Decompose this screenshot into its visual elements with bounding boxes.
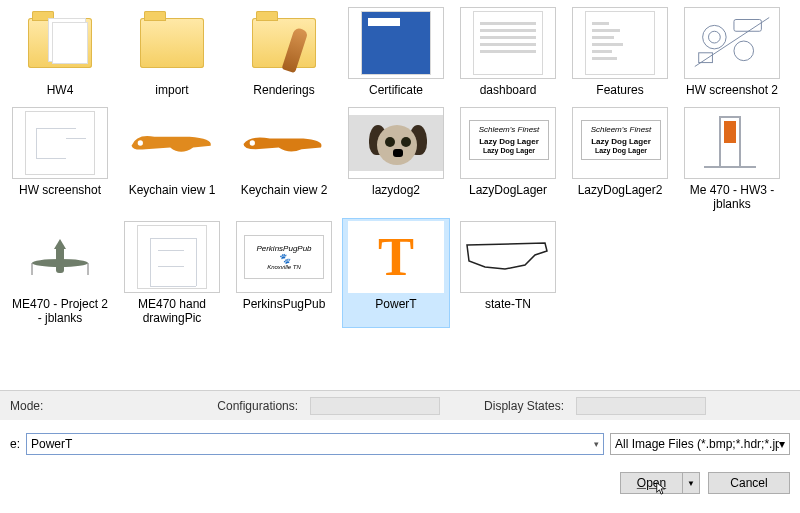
file-label: Renderings — [253, 83, 314, 97]
file-item-powert[interactable]: T PowerT — [342, 218, 450, 328]
display-states-label: Display States: — [484, 399, 564, 413]
image-thumb — [348, 107, 444, 179]
image-thumb: T — [348, 221, 444, 293]
image-thumb — [460, 7, 556, 79]
image-thumb — [12, 221, 108, 293]
svg-rect-11 — [724, 121, 736, 143]
file-item-features[interactable]: Features — [566, 4, 674, 100]
chevron-down-icon[interactable]: ▾ — [594, 439, 599, 449]
file-item-hw4[interactable]: HW4 — [6, 4, 114, 100]
file-item-lazydoglager[interactable]: Schleem's FinestLazy Dog LagerLazy Dog L… — [454, 104, 562, 214]
svg-point-2 — [734, 41, 754, 61]
file-label: state-TN — [485, 297, 531, 311]
file-item-certificate[interactable]: Certificate — [342, 4, 450, 100]
file-item-renderings[interactable]: Renderings — [230, 4, 338, 100]
file-label: Keychain view 2 — [241, 183, 328, 197]
file-label: Keychain view 1 — [129, 183, 216, 197]
file-label: lazydog2 — [372, 183, 420, 197]
file-row: HW4 import Renderings Certificate dashbo… — [6, 4, 794, 100]
display-states-combo[interactable] — [576, 397, 706, 415]
image-thumb — [684, 107, 780, 179]
open-dropdown-button[interactable]: ▼ — [682, 472, 700, 494]
file-item-perkinspugpub[interactable]: PerkinsPugPub🐾Knoxville TN PerkinsPugPub — [230, 218, 338, 328]
filetype-combo[interactable]: All Image Files (*.bmp;*.hdr;*.jpg ▾ — [610, 433, 790, 455]
file-label: dashboard — [480, 83, 537, 97]
cancel-button[interactable]: Cancel — [708, 472, 790, 494]
filename-label: e: — [10, 437, 20, 451]
svg-point-0 — [703, 25, 727, 49]
file-label: HW4 — [47, 83, 74, 97]
image-thumb — [572, 7, 668, 79]
file-item-me470hw3[interactable]: Me 470 - HW3 - jblanks — [678, 104, 786, 214]
image-thumb — [124, 107, 220, 179]
filename-value: PowerT — [31, 437, 72, 451]
svg-point-6 — [138, 140, 143, 145]
file-item-statetn[interactable]: state-TN — [454, 218, 562, 328]
file-item-lazydog2[interactable]: lazydog2 — [342, 104, 450, 214]
file-label: ME470 hand drawingPic — [121, 297, 223, 325]
file-item-me470project2[interactable]: ME470 - Project 2 - jblanks — [6, 218, 114, 328]
svg-point-7 — [250, 140, 255, 145]
file-item-keychain1[interactable]: Keychain view 1 — [118, 104, 226, 214]
image-thumb — [236, 107, 332, 179]
svg-rect-13 — [56, 245, 64, 273]
file-label: HW screenshot 2 — [686, 83, 778, 97]
chevron-down-icon[interactable]: ▾ — [779, 437, 785, 451]
filetype-value: All Image Files (*.bmp;*.hdr;*.jpg — [615, 437, 779, 451]
svg-point-1 — [709, 31, 721, 43]
svg-rect-5 — [699, 53, 713, 63]
image-thumb — [460, 221, 556, 293]
image-thumb: Schleem's FinestLazy Dog LagerLazy Dog L… — [572, 107, 668, 179]
image-thumb — [684, 7, 780, 79]
file-item-import[interactable]: import — [118, 4, 226, 100]
folder-icon — [236, 7, 332, 79]
mode-label: Mode: — [10, 399, 43, 413]
file-label: import — [155, 83, 188, 97]
open-button[interactable]: Open — [620, 472, 682, 494]
open-button-group: Open ▼ — [620, 472, 700, 494]
file-label: Certificate — [369, 83, 423, 97]
file-label: ME470 - Project 2 - jblanks — [9, 297, 111, 325]
file-list-pane[interactable]: HW4 import Renderings Certificate dashbo… — [0, 0, 800, 390]
folder-icon — [12, 7, 108, 79]
filename-input[interactable]: PowerT ▾ — [26, 433, 604, 455]
options-bar: Mode: Configurations: Display States: — [0, 390, 800, 420]
file-item-dashboard[interactable]: dashboard — [454, 4, 562, 100]
file-label: Me 470 - HW3 - jblanks — [681, 183, 783, 211]
folder-icon — [124, 7, 220, 79]
file-item-lazydoglager2[interactable]: Schleem's FinestLazy Dog LagerLazy Dog L… — [566, 104, 674, 214]
image-thumb: PerkinsPugPub🐾Knoxville TN — [236, 221, 332, 293]
file-row: ME470 - Project 2 - jblanks ME470 hand d… — [6, 218, 794, 328]
file-label: HW screenshot — [19, 183, 101, 197]
file-label: PerkinsPugPub — [243, 297, 326, 311]
file-label: Features — [596, 83, 643, 97]
file-item-hwscreenshot[interactable]: HW screenshot — [6, 104, 114, 214]
image-thumb — [348, 7, 444, 79]
file-item-handdrawing[interactable]: ME470 hand drawingPic — [118, 218, 226, 328]
configurations-combo[interactable] — [310, 397, 440, 415]
image-thumb — [12, 107, 108, 179]
dialog-button-row: Open ▼ Cancel — [0, 458, 800, 498]
file-label: LazyDogLager — [469, 183, 547, 197]
svg-marker-14 — [54, 239, 66, 249]
filename-row: e: PowerT ▾ All Image Files (*.bmp;*.hdr… — [0, 420, 800, 458]
file-item-keychain2[interactable]: Keychain view 2 — [230, 104, 338, 214]
file-item-hwscreenshot2[interactable]: HW screenshot 2 — [678, 4, 786, 100]
file-row: HW screenshot Keychain view 1 Keychain v… — [6, 104, 794, 214]
image-thumb — [124, 221, 220, 293]
configurations-label: Configurations: — [217, 399, 298, 413]
svg-line-4 — [695, 18, 769, 67]
file-label: PowerT — [375, 297, 416, 311]
file-label: LazyDogLager2 — [578, 183, 663, 197]
image-thumb: Schleem's FinestLazy Dog LagerLazy Dog L… — [460, 107, 556, 179]
